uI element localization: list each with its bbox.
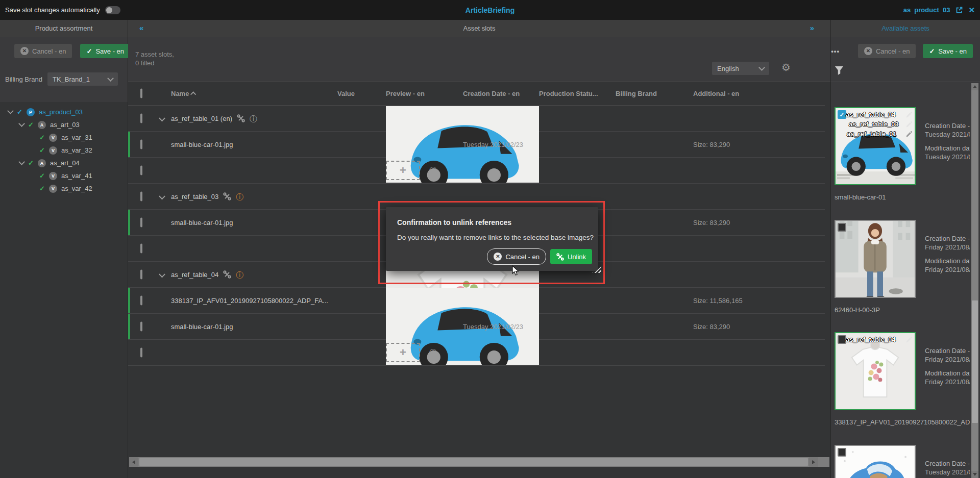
tree-item-variant[interactable]: ✓ V as_var_32	[0, 144, 128, 157]
row-checkbox[interactable]	[140, 140, 142, 149]
tree-item-label[interactable]: as_art_04	[50, 159, 80, 167]
row-checkbox[interactable]	[140, 348, 142, 358]
scroll-up-arrow[interactable]	[971, 83, 978, 90]
chevron-down-icon[interactable]	[159, 115, 165, 122]
row-checkbox[interactable]	[140, 166, 142, 175]
article-badge: A	[38, 159, 46, 167]
info-icon[interactable]: ⓘ	[429, 348, 437, 357]
check-icon: ✓	[39, 134, 45, 141]
warning-info-icon[interactable]: ⓘ	[236, 271, 243, 279]
left-save-button[interactable]: ✓ Save - en	[80, 44, 130, 58]
asset-card[interactable]: ✓ as_ref_table_04 as_ref_table_03 as_ref…	[835, 107, 970, 201]
tree-item-label[interactable]: as_var_41	[61, 172, 92, 180]
tree-item-article[interactable]: ✓ A as_art_03	[0, 118, 128, 131]
scroll-down-arrow[interactable]	[971, 471, 978, 478]
variant-badge: V	[49, 134, 57, 142]
file-size: Size: 83,290	[693, 141, 730, 148]
right-save-button[interactable]: ✓ Save - en	[923, 44, 973, 58]
add-asset-button[interactable]: +	[386, 161, 420, 180]
scroll-left-arrow[interactable]	[129, 457, 138, 467]
open-external-icon[interactable]	[955, 6, 963, 14]
asset-card-thumbnail[interactable]: ✓ as_ref_table_04 as_ref_table_03 as_ref…	[835, 107, 916, 185]
asset-card[interactable]: as_ref_table_04 Creation Date - en Frida…	[835, 332, 970, 426]
collapse-left-icon[interactable]: «	[139, 23, 143, 32]
column-production-status[interactable]: Production Statu...	[539, 90, 598, 97]
asset-checkbox[interactable]	[838, 223, 846, 232]
column-value[interactable]: Value	[337, 90, 355, 97]
tree-item-label[interactable]: as_var_31	[61, 134, 92, 141]
warning-info-icon[interactable]: ⓘ	[236, 193, 243, 200]
edit-pencil-icon[interactable]	[905, 336, 913, 343]
info-icon[interactable]: ⓘ	[429, 166, 437, 174]
table-row-empty-slot: + ⓘ	[128, 340, 825, 366]
cancel-x-icon: ✕	[494, 253, 502, 261]
horizontal-scrollbar[interactable]	[129, 457, 829, 467]
product-badge: P	[27, 108, 35, 116]
dialog-unlink-button[interactable]: Unlink	[550, 249, 592, 264]
tree-item-product[interactable]: ✓ P as_product_03	[0, 106, 128, 118]
unlink-icon[interactable]	[237, 114, 245, 122]
row-checkbox[interactable]	[140, 270, 142, 280]
billing-brand-select[interactable]: TK_Brand_1	[47, 72, 118, 86]
chevron-down-icon[interactable]	[159, 193, 165, 200]
asset-card-thumbnail[interactable]	[835, 445, 916, 478]
file-size: Size: 11,586,165	[693, 297, 743, 305]
row-checkbox[interactable]	[140, 296, 142, 306]
dialog-cancel-button[interactable]: ✕ Cancel - en	[487, 248, 546, 265]
collapse-right-icon[interactable]: »	[810, 23, 814, 32]
row-checkbox[interactable]	[140, 218, 142, 228]
filter-icon[interactable]	[834, 65, 844, 76]
edit-pencil-icon[interactable]	[905, 131, 913, 138]
more-options-icon[interactable]: •••	[831, 47, 840, 55]
tree-item-article[interactable]: ✓ A as_art_04	[0, 157, 128, 169]
edit-pencil-icon[interactable]	[905, 111, 913, 118]
tree-item-label[interactable]: as_var_32	[61, 146, 92, 154]
asset-checkbox-checked[interactable]: ✓	[838, 110, 846, 119]
chevron-down-icon[interactable]	[7, 108, 14, 114]
vertical-scrollbar[interactable]	[971, 83, 978, 478]
close-icon[interactable]: ✕	[968, 6, 975, 15]
tree-item-variant[interactable]: ✓ V as_var_41	[0, 169, 128, 182]
chevron-down-icon[interactable]	[159, 271, 165, 278]
tree-item-label[interactable]: as_product_03	[39, 108, 83, 116]
row-checkbox[interactable]	[140, 114, 142, 123]
tree-item-label[interactable]: as_art_03	[50, 121, 80, 129]
dialog-resize-handle[interactable]	[592, 266, 601, 273]
asset-checkbox[interactable]	[838, 448, 846, 457]
scroll-right-arrow[interactable]	[809, 457, 818, 467]
info-icon[interactable]: ⓘ	[250, 115, 257, 122]
tree-item-label[interactable]: as_var_42	[61, 185, 92, 192]
asset-card-thumbnail[interactable]: as_ref_table_04	[835, 332, 916, 410]
asset-card-thumbnail[interactable]	[835, 220, 916, 298]
language-select[interactable]: English	[712, 62, 769, 75]
table-row-asset[interactable]: small-blue-car-01.jpg Tuesday 2021/02/23…	[128, 132, 825, 158]
unlink-icon[interactable]	[223, 270, 231, 279]
row-checkbox[interactable]	[140, 322, 142, 332]
table-row-asset[interactable]: small-blue-car-01.jpg Tuesday 2021/02/23…	[128, 314, 825, 340]
edit-pencil-icon[interactable]	[905, 121, 913, 128]
select-all-checkbox[interactable]	[140, 89, 142, 98]
add-asset-button[interactable]: +	[386, 343, 420, 362]
tree-item-variant[interactable]: ✓ V as_var_42	[0, 182, 128, 195]
unlink-icon[interactable]	[223, 192, 231, 200]
gear-icon[interactable]: ⚙	[781, 62, 791, 72]
dialog-title: Confirmation to unlink references	[397, 218, 511, 227]
asset-card[interactable]: Creation Date - en Friday 2021/08/06 Mod…	[835, 220, 970, 314]
tree-item-variant[interactable]: ✓ V as_var_31	[0, 131, 128, 144]
vertical-scroll-thumb[interactable]	[972, 300, 978, 423]
column-preview[interactable]: Preview - en	[386, 90, 425, 97]
row-checkbox[interactable]	[140, 192, 142, 202]
column-name[interactable]: Name	[171, 90, 196, 97]
chevron-down-icon[interactable]	[18, 120, 25, 127]
left-cancel-button[interactable]: ✕ Cancel - en	[14, 44, 72, 58]
column-creation-date[interactable]: Creation Date - en	[463, 90, 520, 97]
column-billing-brand[interactable]: Billing Brand	[616, 90, 657, 97]
row-checkbox[interactable]	[140, 244, 142, 254]
right-cancel-button[interactable]: ✕ Cancel - en	[858, 44, 916, 58]
horizontal-scroll-thumb[interactable]	[139, 458, 808, 466]
column-additional[interactable]: Additional - en	[693, 90, 739, 97]
asset-checkbox[interactable]	[838, 335, 846, 344]
chevron-down-icon[interactable]	[18, 159, 25, 165]
asset-slots-title: Asset slots	[463, 24, 496, 32]
asset-card[interactable]: Creation Date - en Tuesday 2021/0... Mod…	[835, 445, 970, 478]
